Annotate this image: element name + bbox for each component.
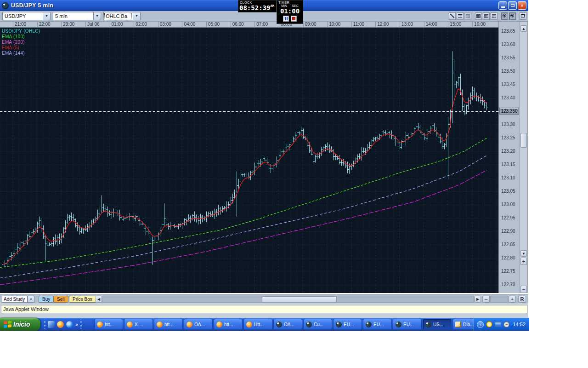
- sell-button[interactable]: Sell: [53, 296, 68, 303]
- taskbar-button[interactable]: US...: [423, 319, 452, 330]
- toggle-circle-1-icon[interactable]: [501, 12, 508, 20]
- time-axis-label: 12:00: [375, 22, 399, 28]
- price-axis-label: 123.65: [501, 29, 515, 34]
- scroll-up-icon[interactable]: ▲: [520, 25, 527, 32]
- clock-ampm: AM: [270, 4, 274, 8]
- mail-app-icon[interactable]: [48, 321, 55, 328]
- price-axis-label: 122.95: [501, 215, 515, 220]
- taskbar-button-label: htt...: [105, 322, 113, 327]
- tray-network-icon[interactable]: [495, 322, 501, 327]
- tray-collapse-icon[interactable]: ‹: [477, 321, 484, 328]
- price-axis-label: 123.55: [501, 55, 515, 60]
- scroll-left-icon[interactable]: ◀: [96, 296, 102, 303]
- media-player-icon[interactable]: [66, 321, 73, 328]
- timer-label: TIMER: [277, 0, 303, 4]
- task-buttons: htt...X-...htt...OA...htt...Htt...OA...C…: [94, 319, 481, 330]
- dashed-lines-icon[interactable]: [457, 12, 464, 20]
- chevron-down-icon[interactable]: ▼: [93, 12, 101, 20]
- price-box-button[interactable]: Price Box: [69, 296, 96, 303]
- mini-scroll-track[interactable]: [490, 296, 508, 303]
- horizontal-scroll-track[interactable]: [102, 296, 474, 303]
- firefox-icon[interactable]: [57, 321, 64, 328]
- legend-entry: EMA (200): [2, 40, 40, 45]
- globe-icon: [425, 322, 431, 328]
- taskbar-button[interactable]: htt...: [154, 319, 183, 330]
- shrink-button[interactable]: –: [482, 296, 490, 303]
- taskbar-button-label: htt...: [224, 322, 233, 327]
- restore-button[interactable]: [508, 1, 517, 10]
- scroll-down-icon[interactable]: ▼: [520, 250, 527, 257]
- start-button-label: Inicio: [13, 321, 30, 328]
- grid-dots-2-icon[interactable]: [483, 12, 490, 20]
- time-axis-label: 01:00: [110, 22, 134, 28]
- symbol-select[interactable]: USD/JPY ▼: [2, 12, 51, 20]
- time-axis-label: 14:00: [424, 22, 448, 28]
- restore-panel-icon[interactable]: [520, 12, 526, 20]
- time-axis-label: 22:00: [37, 22, 61, 28]
- taskbar-button-label: OA...: [284, 322, 294, 327]
- legend-entry: EMA (5): [2, 45, 40, 51]
- add-study-select[interactable]: Add Study ▼: [2, 296, 34, 303]
- tray-clock-icon[interactable]: [486, 321, 492, 328]
- price-axis-label: 122.80: [501, 255, 515, 260]
- time-axis-label: 07:00: [254, 22, 278, 28]
- buy-button[interactable]: Buy: [39, 296, 54, 303]
- bottom-toolbar: Add Study ▼ Buy Sell Price Box ◀ ▶ – + R: [0, 294, 528, 303]
- globe-icon: [276, 322, 282, 328]
- chevron-down-icon[interactable]: ▼: [43, 12, 51, 20]
- toolbar-handle[interactable]: [44, 320, 45, 329]
- price-axis-label: 122.85: [501, 242, 515, 247]
- taskbar-button[interactable]: Cu...: [303, 319, 332, 330]
- taskbar-button-label: Dib...: [463, 322, 474, 327]
- time-axis-label: 06:00: [231, 22, 254, 28]
- chevron-down-icon[interactable]: ▼: [28, 296, 34, 303]
- start-button[interactable]: Inicio: [0, 318, 40, 331]
- toolbar-handle[interactable]: [80, 320, 82, 329]
- chart-type-select[interactable]: OHLC Ba ▼: [103, 12, 141, 20]
- taskbar-button[interactable]: X-...: [124, 319, 153, 330]
- app-globe-icon: [2, 2, 9, 9]
- firefox-icon: [157, 322, 163, 328]
- grid-dots-3-icon[interactable]: [491, 12, 498, 20]
- taskbar-button[interactable]: OA...: [273, 319, 302, 330]
- timer-value: 01:00: [277, 7, 303, 15]
- grow-button[interactable]: +: [509, 296, 516, 303]
- timer-record-button[interactable]: [291, 16, 297, 22]
- taskbar: Inicio » htt...X-...htt...OA...htt...Htt…: [0, 318, 529, 331]
- taskbar-button-label: EU...: [373, 322, 384, 327]
- toggle-circle-2-icon[interactable]: [509, 12, 516, 20]
- price-axis: 123.65123.60123.55123.50123.45123.40123.…: [498, 22, 520, 293]
- minimize-button[interactable]: [498, 1, 507, 10]
- chart-area: USD/JPY (OHLC)EMA (100)EMA (200)EMA (5)E…: [0, 28, 498, 293]
- price-chart-canvas[interactable]: [0, 28, 498, 293]
- clock-label: CLOCK: [238, 0, 276, 4]
- taskbar-button[interactable]: OA...: [184, 319, 213, 330]
- taskbar-button[interactable]: EU...: [393, 319, 422, 330]
- chart-type-select-value: OHLC Ba: [103, 12, 133, 20]
- grid-dots-1-icon[interactable]: [475, 12, 482, 20]
- scroll-right-icon[interactable]: ▶: [475, 296, 481, 303]
- interval-select[interactable]: 5 min ▼: [53, 12, 101, 20]
- taskbar-button[interactable]: EU...: [363, 319, 392, 330]
- vertical-scroll-thumb[interactable]: [520, 133, 527, 148]
- grid-disabled-icon[interactable]: [464, 12, 471, 20]
- taskbar-button[interactable]: EU...: [333, 319, 362, 330]
- taskbar-button[interactable]: Htt...: [243, 319, 272, 330]
- globe-icon: [336, 322, 342, 328]
- zoom-out-button[interactable]: –: [520, 286, 527, 293]
- quick-launch-overflow-icon[interactable]: »: [75, 322, 78, 327]
- draw-line-icon[interactable]: [449, 12, 456, 20]
- reset-button[interactable]: R: [518, 296, 526, 303]
- taskbar-button[interactable]: htt...: [214, 319, 243, 330]
- vertical-scrollbar[interactable]: ▲ ▼ + –: [520, 22, 528, 293]
- horizontal-scroll-thumb[interactable]: [262, 296, 337, 302]
- price-axis-label: 123.25: [501, 135, 515, 140]
- taskbar-button[interactable]: htt...: [94, 319, 123, 330]
- zoom-in-button[interactable]: +: [520, 258, 527, 265]
- time-axis-label: 09:00: [303, 22, 327, 28]
- timer-pause-button[interactable]: [283, 16, 289, 22]
- chevron-down-icon[interactable]: ▼: [133, 12, 141, 20]
- tray-volume-icon[interactable]: –: [503, 322, 509, 328]
- time-axis-label: 15:00: [448, 22, 472, 28]
- close-button[interactable]: ×: [518, 1, 526, 10]
